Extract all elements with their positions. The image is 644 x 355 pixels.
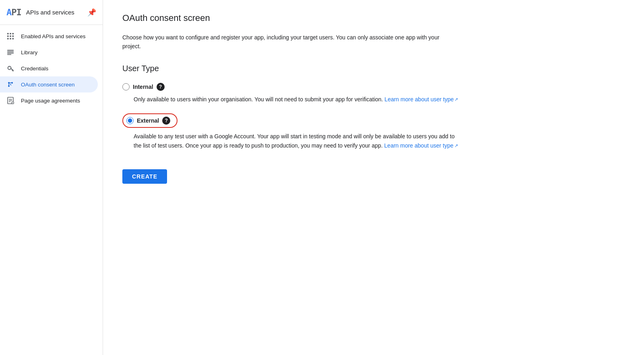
internal-description: Only available to users within your orga… <box>134 95 464 104</box>
svg-point-18 <box>11 82 13 84</box>
svg-rect-11 <box>7 53 14 53</box>
external-option-header: External ? <box>122 113 625 128</box>
api-logo: API <box>6 7 21 17</box>
sidebar-title: APIs and services <box>26 9 83 16</box>
svg-rect-9 <box>7 50 14 51</box>
svg-point-19 <box>8 85 10 87</box>
description-text: Choose how you want to configure and reg… <box>122 33 452 51</box>
svg-rect-7 <box>10 38 11 40</box>
sidebar-item-credentials[interactable]: Credentials <box>0 60 98 76</box>
svg-point-13 <box>8 66 11 70</box>
svg-rect-2 <box>12 33 14 35</box>
page-usage-icon <box>6 96 14 105</box>
svg-line-22 <box>10 84 12 86</box>
pin-icon[interactable]: 📌 <box>87 8 96 17</box>
external-label[interactable]: External <box>137 117 159 124</box>
svg-rect-10 <box>7 51 14 52</box>
external-option-block: External ? Available to any test user wi… <box>122 113 625 150</box>
oauth-icon <box>6 80 14 88</box>
svg-point-17 <box>8 82 10 84</box>
external-link-icon-external: ↗ <box>454 143 458 148</box>
sidebar-label-enabled-apis: Enabled APIs and services <box>21 33 86 39</box>
internal-help-icon[interactable]: ? <box>157 83 165 91</box>
sidebar-item-oauth-consent[interactable]: OAuth consent screen <box>0 76 98 92</box>
sidebar-item-page-usage[interactable]: Page usage agreements <box>0 92 98 109</box>
internal-radio[interactable] <box>122 83 130 90</box>
svg-rect-12 <box>7 54 11 55</box>
external-link-icon-internal: ↗ <box>454 97 458 102</box>
svg-rect-8 <box>12 38 14 40</box>
library-icon <box>6 48 14 56</box>
sidebar-nav: Enabled APIs and services Library <box>0 25 103 109</box>
svg-rect-5 <box>12 35 14 37</box>
sidebar: API APIs and services 📌 <box>0 0 103 355</box>
external-radio[interactable] <box>126 117 134 124</box>
sidebar-label-oauth: OAuth consent screen <box>21 82 75 88</box>
external-help-icon[interactable]: ? <box>162 117 170 125</box>
svg-rect-1 <box>10 33 11 35</box>
internal-option-header: Internal ? <box>122 83 625 91</box>
key-icon <box>6 64 14 72</box>
sidebar-header: API APIs and services 📌 <box>0 0 103 25</box>
user-type-options: Internal ? Only available to users withi… <box>122 83 625 153</box>
sidebar-label-credentials: Credentials <box>21 66 48 72</box>
user-type-section-title: User Type <box>122 64 625 73</box>
sidebar-item-library[interactable]: Library <box>0 44 98 60</box>
external-description: Available to any test user with a Google… <box>134 132 464 150</box>
svg-rect-6 <box>7 38 9 40</box>
sidebar-label-page-usage: Page usage agreements <box>21 98 80 104</box>
page-title: OAuth consent screen <box>122 13 625 23</box>
external-learn-more-link[interactable]: Learn more about user type↗ <box>384 142 458 149</box>
internal-option-block: Internal ? Only available to users withi… <box>122 83 625 104</box>
svg-rect-0 <box>7 33 9 35</box>
svg-rect-3 <box>7 35 9 37</box>
grid-icon <box>6 32 14 40</box>
main-content: OAuth consent screen Choose how you want… <box>103 0 644 355</box>
svg-rect-4 <box>10 35 11 37</box>
internal-label[interactable]: Internal <box>133 84 153 90</box>
external-highlight: External ? <box>122 113 178 128</box>
internal-learn-more-link[interactable]: Learn more about user type↗ <box>384 96 458 103</box>
create-button[interactable]: CREATE <box>122 169 167 184</box>
sidebar-label-library: Library <box>21 49 37 55</box>
sidebar-item-enabled-apis[interactable]: Enabled APIs and services <box>0 28 98 44</box>
